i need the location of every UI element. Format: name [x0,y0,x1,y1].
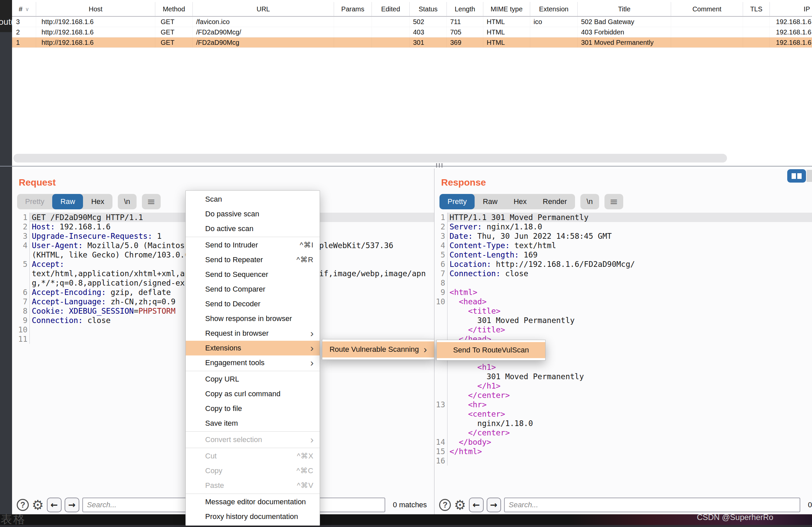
column-header-comment[interactable]: Comment [671,2,743,16]
column-header-mime-type[interactable]: MIME type [483,2,530,16]
menu-item-label: Engagement tools [205,359,307,367]
tab-pretty[interactable]: Pretty [439,194,475,209]
response-tabs-row: PrettyRawHexRender \n ≡ [439,194,623,209]
line-text: Connection: close [448,269,812,278]
proxy-history-table: #∨HostMethodURLParamsEditedStatusLengthM… [12,0,812,150]
line-number: 2 [434,222,448,231]
help-icon[interactable]: ? [439,499,451,511]
menu-item-send-to-intruder[interactable]: Send to Intruder^⌘I [186,238,320,253]
menu-item-scan[interactable]: Scan [186,192,320,207]
menu-item-request-in-browser[interactable]: Request in browser› [186,326,320,341]
request-tabs-row: PrettyRawHex \n ≡ [17,194,161,209]
splitter-grip[interactable] [436,163,437,167]
column-header--[interactable]: #∨ [12,2,36,16]
menu-item-label: Extensions [205,344,307,352]
next-match-button[interactable]: → [487,498,501,512]
menu-item-send-to-decoder[interactable]: Send to Decoder [186,297,320,311]
response-newline-toggle-button[interactable]: \n [580,194,599,209]
menu-item-extensions[interactable]: Extensions› [186,341,320,356]
line-text: 301 Moved Permanently [448,316,812,325]
gear-icon[interactable]: ⚙ [454,499,466,511]
line-number: 9 [434,288,448,297]
table-cell: ico [530,17,578,27]
menu-item-label: Send to Intruder [205,241,300,250]
table-cell: 1 [12,37,36,47]
menu-item-label: Message editor documentation [205,498,314,506]
line-text: Content-Length: 169 [448,250,812,259]
next-match-button[interactable]: → [64,498,79,512]
line-number [12,250,30,259]
line-text: </center> [448,428,812,437]
editor-line: 16 [434,456,812,466]
column-header-ip[interactable]: IP [770,2,812,16]
prev-match-button[interactable]: ← [469,498,483,512]
menu-item-send-to-sequencer[interactable]: Send to Sequencer [186,267,320,282]
table-cell: http://192.168.1.6 [36,27,155,37]
line-number: 7 [12,297,30,306]
menu-item-save-item[interactable]: Save item [186,416,320,431]
column-header-title[interactable]: Title [578,2,671,16]
tab-raw[interactable]: Raw [475,194,505,209]
prev-match-button[interactable]: ← [47,498,62,512]
request-editor-menu-button[interactable]: ≡ [142,194,161,209]
table-row[interactable]: 1http://192.168.1.6GET/FD2aD90Mcg301369H… [12,37,812,48]
tab-render[interactable]: Render [535,194,575,209]
response-editor-menu-button[interactable]: ≡ [605,194,623,209]
line-number: 7 [434,269,448,278]
table-cell [372,37,410,47]
split-panes-layout-icon[interactable] [787,169,806,183]
line-text: nginx/1.18.0 [448,419,812,428]
menu-item-copy-as-curl-command[interactable]: Copy as curl command [186,387,320,401]
table-row[interactable]: 3http://192.168.1.6GET/favicon.ico502711… [12,17,812,27]
menu-item-copy-to-file[interactable]: Copy to file [186,401,320,416]
column-header-params[interactable]: Params [334,2,372,16]
layout-button-sliver[interactable] [807,170,812,182]
column-header-tls[interactable]: TLS [743,2,770,16]
column-header-length[interactable]: Length [447,2,483,16]
response-panel-title: Response [441,177,486,188]
editor-line: 1HTTP/1.1 301 Moved Permanently [434,213,812,222]
menu-shortcut: ^⌘C [296,466,314,475]
menu-shortcut: ^⌘V [297,481,314,490]
table-cell [334,17,372,27]
menu-item-send-to-comparer[interactable]: Send to Comparer [186,282,320,297]
splitter-grip[interactable] [439,163,440,167]
table-row[interactable]: 2http://192.168.1.6GET/FD2aD90Mcg/403705… [12,27,812,37]
table-cell [743,27,770,37]
column-header-edited[interactable]: Edited [372,2,410,16]
menu-item-label: Copy [205,466,296,475]
menu-item-proxy-history-documentation[interactable]: Proxy history documentation [186,509,320,524]
menu-item-engagement-tools[interactable]: Engagement tools› [186,356,320,370]
menu-item-copy-url[interactable]: Copy URL [186,372,320,387]
menu-shortcut: ^⌘I [300,241,314,250]
column-header-extension[interactable]: Extension [530,2,578,16]
column-header-host[interactable]: Host [36,2,155,16]
tab-raw[interactable]: Raw [52,194,83,209]
tab-hex[interactable]: Hex [83,194,112,209]
editor-line: 14 </body> [434,437,812,447]
menu-item-show-response-in-browser[interactable]: Show response in browser [186,311,320,326]
menu-item-send-to-routevulscan[interactable]: Send To RouteVulScan [437,342,545,358]
help-icon[interactable]: ? [17,499,29,511]
column-header-url[interactable]: URL [193,2,334,16]
menu-item-send-to-repeater[interactable]: Send to Repeater^⌘R [186,253,320,267]
splitter-grip[interactable] [441,163,443,167]
tab-pretty[interactable]: Pretty [17,194,52,209]
response-search-input[interactable] [504,498,800,512]
column-header-method[interactable]: Method [155,2,193,16]
response-match-count: 0 [808,501,812,509]
menu-item-route-vulnerable-scanning[interactable]: Route Vulnerable Scanning› [322,342,434,358]
gear-icon[interactable]: ⚙ [32,499,44,511]
response-editor[interactable]: 1HTTP/1.1 301 Moved Permanently2Server: … [434,213,812,466]
menu-item-message-editor-documentation[interactable]: Message editor documentation [186,495,320,509]
line-text: </center> [448,391,812,400]
request-newline-toggle-button[interactable]: \n [118,194,136,209]
menu-item-do-active-scan[interactable]: Do active scan [186,221,320,236]
menu-item-label: Copy as curl command [205,390,314,398]
panel-splitter[interactable] [0,166,812,167]
horizontal-scrollbar-thumb[interactable] [13,154,727,163]
column-header-status[interactable]: Status [410,2,447,16]
menu-item-do-passive-scan[interactable]: Do passive scan [186,207,320,221]
tab-hex[interactable]: Hex [505,194,535,209]
line-number [434,306,448,316]
